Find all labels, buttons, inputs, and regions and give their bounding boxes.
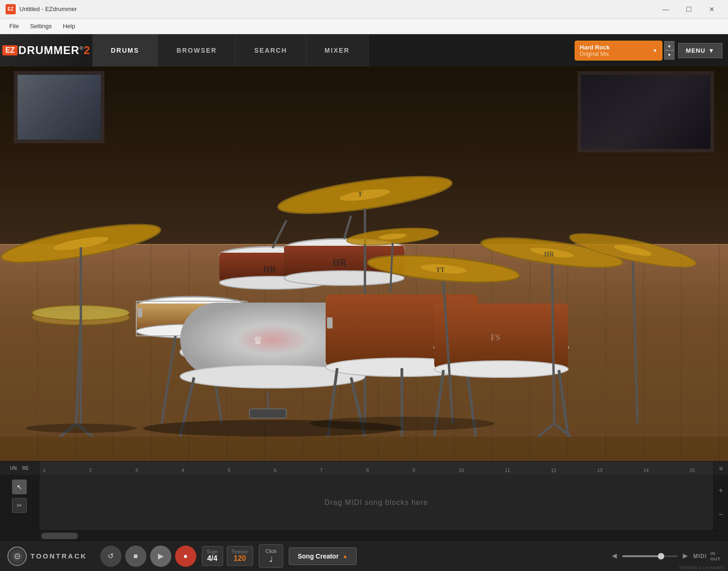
stop-button[interactable]: ■ [125, 546, 146, 567]
scissors-tool-button[interactable]: ✂ [12, 498, 27, 513]
scroll-thumb[interactable] [41, 533, 78, 539]
redo-button[interactable]: RE [20, 465, 30, 472]
svg-text:HR: HR [544, 251, 554, 258]
menu-file[interactable]: File [4, 21, 24, 31]
toontrack-name: TOONTRACK [30, 552, 87, 560]
sign-label: Sign [207, 549, 218, 554]
version-text: VERSION 2.1.6 (64-BIT) [679, 565, 724, 570]
svg-text:TT: TT [436, 267, 445, 273]
midi-area: ↖ ✂ Drag MIDI song blocks here + − [0, 475, 728, 530]
volume-slider[interactable] [622, 555, 678, 557]
ruler-mark-8: 8 [366, 468, 413, 473]
volume-up-button[interactable]: ► [681, 551, 690, 561]
ruler-mark-15: 15 [690, 468, 713, 473]
timeline-menu-button[interactable]: ≡ [713, 462, 728, 475]
tab-browser[interactable]: BROWSER [158, 34, 236, 67]
tab-mixer[interactable]: MIXER [306, 34, 369, 67]
ruler-mark-14: 14 [643, 468, 690, 473]
svg-text:FS: FS [491, 333, 500, 342]
undo-button[interactable]: UN [8, 465, 18, 472]
menubar: File Settings Help [0, 18, 728, 34]
window-controls: — ☐ ✕ [655, 3, 722, 16]
svg-rect-14 [138, 308, 142, 317]
preset-up-button[interactable]: ▲ [664, 41, 674, 50]
transport-bar: ⊙ TOONTRACK ↺ ■ ▶ ● Sign 4/4 Tempo 120 [0, 541, 728, 571]
svg-rect-68 [249, 409, 286, 418]
menu-settings[interactable]: Settings [24, 21, 57, 31]
svg-line-26 [344, 216, 351, 239]
app-icon: EZ [6, 4, 16, 14]
drag-hint: Drag MIDI song blocks here [324, 498, 428, 507]
click-icon: ♩ [269, 555, 273, 564]
ruler-mark-12: 12 [551, 468, 597, 473]
top-navigation: EZ DRUMMER® 2 DRUMS BROWSER SEARCH MIXER… [0, 34, 728, 67]
sign-tempo: Sign 4/4 Tempo 120 [202, 546, 253, 566]
play-button[interactable]: ▶ [150, 546, 171, 567]
titlebar: EZ Untitled - EZdrummer — ☐ ✕ [0, 0, 728, 18]
transport-controls: ↺ ■ ▶ ● [100, 546, 196, 567]
hamburger-icon: ≡ [719, 465, 722, 472]
preset-name-top: Hard Rock [580, 44, 610, 51]
ruler-mark-11: 11 [505, 468, 551, 473]
tempo-label: Tempo [232, 549, 248, 554]
svg-line-21 [273, 220, 286, 248]
svg-rect-47 [434, 304, 568, 368]
midi-tools: ↖ ✂ [0, 475, 39, 530]
click-label: Click [266, 548, 277, 554]
midi-zoom-controls: + − [713, 475, 728, 530]
timeline-ruler: 1 2 3 4 5 6 7 8 9 10 11 12 13 14 15 16 1 [39, 462, 713, 475]
drumkit-svg: HR HR T [0, 67, 728, 461]
scrollbar-track[interactable] [39, 531, 728, 541]
svg-point-25 [284, 271, 404, 286]
ruler-mark-10: 10 [459, 468, 505, 473]
svg-point-71 [309, 417, 494, 431]
scrollbar-area [0, 530, 728, 541]
in-out-section: IN OUT [710, 551, 721, 561]
scissors-icon: ✂ [17, 502, 22, 509]
preset-arrow: ▼ [653, 48, 657, 53]
midi-label[interactable]: MIDI [693, 553, 707, 559]
preset-down-button[interactable]: ▼ [664, 50, 674, 60]
zoom-out-button[interactable]: − [716, 509, 727, 520]
select-tool-button[interactable]: ↖ [12, 480, 27, 494]
ruler-mark-7: 7 [320, 468, 366, 473]
record-button[interactable]: ● [175, 546, 196, 567]
preset-selector-wrap: Hard Rock Original Mix ▼ ▲ ▼ [575, 41, 674, 61]
volume-section: ◄ ► MIDI IN OUT [610, 551, 721, 561]
preset-arrows: ▲ ▼ [664, 41, 674, 60]
svg-point-48 [434, 361, 568, 377]
volume-thumb[interactable] [658, 553, 664, 559]
tab-search[interactable]: SEARCH [236, 34, 306, 67]
ruler-mark-4: 4 [182, 468, 228, 473]
minimize-button[interactable]: — [655, 3, 676, 16]
scrollbar-left [0, 531, 39, 541]
ez-badge: EZ [2, 45, 17, 55]
nav-tabs: DRUMS BROWSER SEARCH MIXER [92, 34, 369, 67]
maximize-button[interactable]: ☐ [678, 3, 699, 16]
close-button[interactable]: ✕ [701, 3, 722, 16]
zoom-in-button[interactable]: + [716, 485, 727, 496]
app-logo: EZ DRUMMER® 2 [0, 34, 92, 67]
out-label: OUT [710, 557, 721, 561]
click-button[interactable]: Click ♩ [259, 544, 284, 568]
timeline: UN RE 1 2 3 4 5 6 7 8 9 10 11 12 13 [0, 461, 728, 475]
app-container: EZ DRUMMER® 2 DRUMS BROWSER SEARCH MIXER… [0, 34, 728, 571]
menu-help[interactable]: Help [57, 21, 81, 31]
ruler-mark-2: 2 [89, 468, 135, 473]
volume-down-button[interactable]: ◄ [610, 551, 619, 561]
tab-drums[interactable]: DRUMS [92, 34, 158, 67]
loop-button[interactable]: ↺ [100, 546, 121, 567]
ruler-mark-5: 5 [228, 468, 274, 473]
tempo-box[interactable]: Tempo 120 [227, 546, 253, 566]
time-signature-box[interactable]: Sign 4/4 [202, 546, 223, 566]
svg-rect-41 [327, 317, 333, 328]
two-text: 2 [84, 44, 90, 57]
preset-dropdown[interactable]: Hard Rock Original Mix ▼ [575, 41, 662, 61]
ruler-mark-1: 1 [43, 468, 89, 473]
menu-button[interactable]: MENU ▼ [678, 43, 722, 58]
svg-text:HR: HR [333, 257, 347, 267]
tempo-value: 120 [232, 554, 248, 563]
midi-drop-zone[interactable]: Drag MIDI song blocks here [39, 475, 713, 530]
song-creator-button[interactable]: Song Creator ▲ [289, 547, 357, 565]
toontrack-logo: ⊙ TOONTRACK [7, 547, 87, 566]
